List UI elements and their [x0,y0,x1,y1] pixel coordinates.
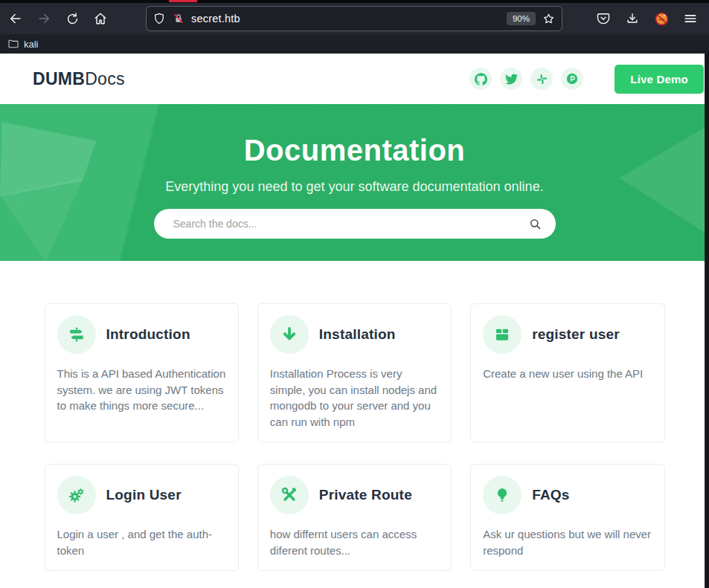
hero-section: Documentation Everything you need to get… [0,104,709,261]
card-body: Login a user , and get the auth-token [57,526,226,558]
card-icon-circle [270,476,309,514]
card-introduction[interactable]: Introduction This is a API based Authent… [45,303,239,442]
container-tab-indicator [169,0,197,2]
card-body: This is a API based Authentication syste… [57,366,226,414]
forward-icon [36,11,51,26]
forward-button[interactable] [36,10,52,27]
card-icon-circle [57,476,96,514]
bookmarks-bar: kali [0,34,709,54]
back-icon [8,11,23,26]
menu-icon [683,11,698,26]
social-slack-button[interactable] [530,68,553,90]
card-icon-circle [270,315,309,354]
card-body: how differnt users can access diferent r… [270,526,439,558]
web-page: DUMBDocs Live Demo [0,54,709,588]
site-header: DUMBDocs Live Demo [0,54,709,104]
url-bar[interactable]: secret.htb 90% [146,6,562,31]
back-button[interactable] [7,10,24,27]
extension-button[interactable] [653,10,670,27]
reload-button[interactable] [64,10,80,27]
signpost-icon [67,325,86,344]
card-title: register user [532,326,620,343]
card-icon-circle [57,315,96,354]
card-title: FAQs [532,487,569,503]
social-twitter-button[interactable] [500,68,522,90]
browser-window: secret.htb 90% kali DUMBDocs [0,0,709,588]
bookmark-star-icon[interactable] [542,12,556,26]
card-installation[interactable]: Installation Installation Process is ver… [257,303,452,442]
bookmark-item-kali[interactable]: kali [24,39,39,50]
pocket-button[interactable] [595,10,612,27]
card-icon-circle [483,315,522,354]
tools-icon [280,485,299,505]
social-product-hunt-button[interactable] [561,68,583,90]
slack-icon [536,73,548,85]
card-faqs[interactable]: FAQs Ask ur questions but we will never … [470,464,664,571]
insecure-lock-icon[interactable] [172,12,185,25]
logo-rest: Docs [85,69,125,88]
github-icon [475,73,487,85]
extension-icon [654,11,670,27]
hero-title: Documentation [0,104,709,167]
card-body: Ask ur questions but we will never respo… [483,526,652,558]
tracking-shield-icon[interactable] [153,12,166,25]
card-private-route[interactable]: Private Route how differnt users can acc… [257,464,452,571]
card-icon-circle [483,476,522,514]
live-demo-button[interactable]: Live Demo [615,65,704,94]
card-title: Private Route [319,487,412,503]
site-logo[interactable]: DUMBDocs [33,69,125,89]
docs-search [154,209,556,239]
home-icon [93,11,108,26]
card-body: Installation Process is very simple, you… [270,366,439,430]
search-input[interactable] [173,218,528,230]
arrow-down-icon [280,325,299,344]
social-github-button[interactable] [469,68,492,90]
download-icon [625,11,640,26]
card-title: Installation [319,326,396,343]
search-icon [528,217,542,231]
cards-grid: Introduction This is a API based Authent… [45,303,665,571]
twitter-icon [505,73,518,85]
lightbulb-icon [493,485,512,505]
tab-strip [0,0,709,3]
product-hunt-icon [565,72,579,85]
folder-icon [7,38,19,50]
menu-button[interactable] [682,10,699,27]
download-button[interactable] [624,10,641,27]
home-button[interactable] [92,10,109,27]
gears-icon [67,485,86,505]
zoom-level-badge[interactable]: 90% [507,12,536,25]
card-title: Introduction [106,326,190,343]
box-icon [493,325,512,344]
reload-icon [65,12,80,26]
page-scrollbar[interactable] [705,54,709,588]
social-links [469,68,583,90]
hero-subtitle: Everything you need to get your software… [0,179,709,195]
card-login-user[interactable]: Login User Login a user , and get the au… [45,464,239,571]
card-body: Create a new user using the API [483,366,652,382]
pocket-icon [596,11,611,26]
card-register-user[interactable]: register user Create a new user using th… [470,303,664,442]
url-text[interactable]: secret.htb [191,13,501,25]
browser-toolbar: secret.htb 90% [0,3,709,34]
logo-bold: DUMB [33,69,85,88]
card-title: Login User [106,487,182,503]
